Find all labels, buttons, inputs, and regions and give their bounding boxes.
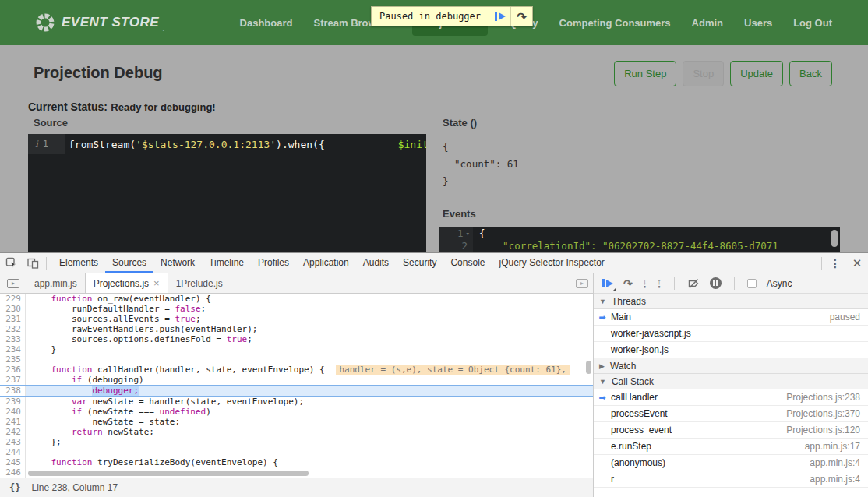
- line-number-231[interactable]: 231: [0, 314, 26, 324]
- events-gutter[interactable]: 1▾: [439, 227, 473, 240]
- show-navigator-button[interactable]: ▸: [7, 279, 19, 288]
- line-number-232[interactable]: 232: [0, 324, 26, 334]
- call-stack-section-header[interactable]: ▼ Call Stack: [594, 373, 868, 389]
- line-number-246[interactable]: 246: [0, 467, 26, 478]
- devtools-tab-application[interactable]: Application: [296, 253, 356, 273]
- line-number-230[interactable]: 230: [0, 304, 26, 314]
- call-stack-frame-processevent[interactable]: processEventProjections.js:370: [594, 406, 868, 422]
- back-button[interactable]: Back: [789, 61, 832, 86]
- line-number-236[interactable]: 236: [0, 365, 26, 375]
- code-line-238[interactable]: 238 debugger;: [0, 385, 593, 397]
- code-line-242[interactable]: 242 return newState;: [0, 427, 593, 437]
- line-number-234[interactable]: 234: [0, 344, 26, 354]
- nav-item-admin[interactable]: Admin: [692, 17, 723, 29]
- code-line-236[interactable]: 236 function callHandler(handler, state,…: [0, 365, 593, 375]
- code-line-244[interactable]: 244: [0, 447, 593, 457]
- line-number-242[interactable]: 242: [0, 427, 26, 437]
- events-code-text: {: [473, 227, 485, 240]
- step-out-button[interactable]: ↑●: [657, 278, 662, 289]
- line-number-229[interactable]: 229: [0, 294, 26, 304]
- devtools-tab-profiles[interactable]: Profiles: [251, 253, 296, 273]
- step-over-button[interactable]: ↷: [623, 278, 633, 289]
- line-number-243[interactable]: 243: [0, 437, 26, 447]
- events-gutter[interactable]: 2: [439, 240, 473, 252]
- devtools-tab-console[interactable]: Console: [443, 253, 492, 273]
- code-line-241[interactable]: 241 newState = state;: [0, 417, 593, 427]
- devtools-tab-timeline[interactable]: Timeline: [202, 253, 251, 273]
- line-number-244[interactable]: 244: [0, 447, 26, 457]
- line-number-245[interactable]: 245: [0, 457, 26, 467]
- nav-item-users[interactable]: Users: [744, 17, 772, 29]
- nav-item-log-out[interactable]: Log Out: [793, 17, 832, 29]
- resume-icon: [495, 12, 506, 21]
- close-tab-icon[interactable]: ×: [153, 278, 160, 288]
- thread-row-worker-json-js[interactable]: worker-json.js: [594, 342, 868, 358]
- source-editor[interactable]: i1 fromStream('$stats-127.0.0.1:2113').w…: [28, 134, 426, 252]
- line-number-241[interactable]: 241: [0, 417, 26, 427]
- events-scrollbar-thumb[interactable]: [831, 230, 838, 247]
- code-pane[interactable]: 229 function on_raw(eventHandler) {230 r…: [0, 294, 593, 478]
- code-line-230[interactable]: 230 runDefaultHandler = false;: [0, 304, 593, 314]
- devtools-tab-audits[interactable]: Audits: [356, 253, 396, 273]
- step-into-button[interactable]: ↓●: [643, 278, 647, 289]
- update-button[interactable]: Update: [730, 61, 783, 86]
- call-stack-frame-callhandler[interactable]: ➡callHandlerProjections.js:238: [594, 389, 868, 406]
- tab-overflow-button[interactable]: ▸: [576, 279, 588, 288]
- async-checkbox[interactable]: [747, 279, 757, 288]
- devtools-tab-sources[interactable]: Sources: [105, 253, 153, 273]
- devtools-tab-elements[interactable]: Elements: [52, 253, 105, 273]
- call-stack-frame-e-runstep[interactable]: e.runStepapp.min.js:17: [594, 439, 868, 455]
- code-line-232[interactable]: 232 rawEventHandlers.push(eventHandler);: [0, 324, 593, 334]
- eventstore-logo[interactable]: EVENT STORE .: [35, 12, 164, 33]
- line-number-233[interactable]: 233: [0, 334, 26, 344]
- devtools-tab-jquery-selector-inspector[interactable]: jQuery Selector Inspector: [492, 253, 611, 273]
- resume-button[interactable]: [602, 279, 613, 287]
- nav-item-dashboard[interactable]: Dashboard: [240, 17, 293, 29]
- fold-arrow-icon[interactable]: ▾: [466, 227, 470, 240]
- line-number-240[interactable]: 240: [0, 407, 26, 417]
- line-number-238[interactable]: 238: [0, 386, 26, 396]
- code-line-243[interactable]: 243 };: [0, 437, 593, 447]
- devtools-tab-security[interactable]: Security: [396, 253, 443, 273]
- line-number-239[interactable]: 239: [0, 397, 26, 407]
- code-line-239[interactable]: 239 var newState = handler(state, eventE…: [0, 397, 593, 407]
- run-step-button[interactable]: Run Step: [614, 61, 676, 86]
- more-options-button[interactable]: ⋮: [824, 253, 846, 273]
- pretty-print-button[interactable]: {}: [9, 482, 20, 493]
- thread-row-worker-javascript-js[interactable]: worker-javascript.js: [594, 326, 868, 342]
- code-line-245[interactable]: 245 function tryDeserializeBody(eventEnv…: [0, 457, 593, 467]
- file-tab-1prelude-js[interactable]: 1Prelude.js: [168, 273, 231, 293]
- code-line-235[interactable]: 235: [0, 354, 593, 365]
- watch-section-header[interactable]: ▶ Watch: [594, 358, 868, 374]
- source-gutter[interactable]: i1: [28, 134, 65, 154]
- thread-row-main[interactable]: ➡Mainpaused: [594, 309, 868, 326]
- overlay-step-over-button[interactable]: ↷: [511, 7, 532, 26]
- deactivate-breakpoints-button[interactable]: [687, 277, 700, 290]
- vertical-scrollbar-thumb[interactable]: [586, 361, 591, 374]
- file-tab-projections-js[interactable]: Projections.js×: [85, 273, 168, 293]
- device-toolbar-button[interactable]: [22, 253, 44, 273]
- code-line-234[interactable]: 234 }: [0, 344, 593, 354]
- code-line-233[interactable]: 233 sources.options.definesFold = true;: [0, 334, 593, 344]
- overlay-resume-button[interactable]: [489, 7, 510, 26]
- file-tab-app-min-js[interactable]: app.min.js: [26, 273, 85, 293]
- code-line-229[interactable]: 229 function on_raw(eventHandler) {: [0, 294, 593, 304]
- code-line-231[interactable]: 231 sources.allEvents = true;: [0, 314, 593, 324]
- horizontal-scrollbar-thumb[interactable]: [28, 471, 309, 476]
- call-stack-frame-anonymous[interactable]: (anonymous)app.min.js:4: [594, 455, 868, 471]
- events-editor[interactable]: 1▾ { 2 "correlationId": "06202702-8827-4…: [439, 227, 840, 252]
- call-stack-frame-r[interactable]: rapp.min.js:4: [594, 471, 868, 488]
- code-lines: 229 function on_raw(eventHandler) {230 r…: [0, 294, 593, 478]
- devtools-tab-network[interactable]: Network: [153, 253, 202, 273]
- code-line-237[interactable]: 237 if (debugging): [0, 375, 593, 385]
- code-line-240[interactable]: 240 if (newState === undefined): [0, 407, 593, 417]
- line-number-237[interactable]: 237: [0, 375, 26, 385]
- pause-on-exceptions-button[interactable]: [710, 277, 722, 289]
- nav-item-competing-consumers[interactable]: Competing Consumers: [559, 17, 671, 29]
- frame-location: app.min.js:4: [810, 474, 868, 485]
- close-devtools-button[interactable]: ✕: [846, 253, 868, 273]
- threads-section-header[interactable]: ▼ Threads: [594, 293, 868, 309]
- call-stack-frame-process-event[interactable]: process_eventProjections.js:120: [594, 422, 868, 439]
- line-number-235[interactable]: 235: [0, 354, 26, 365]
- inspect-element-button[interactable]: [0, 253, 22, 273]
